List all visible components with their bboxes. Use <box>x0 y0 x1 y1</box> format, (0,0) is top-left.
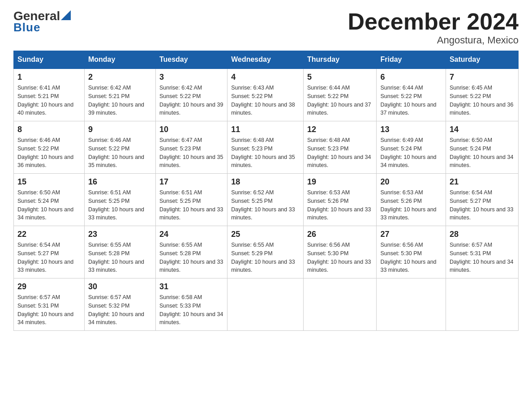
day-info: Sunrise: 6:55 AMSunset: 5:29 PMDaylight:… <box>231 241 300 274</box>
day-number: 23 <box>88 230 152 239</box>
day-number: 15 <box>17 177 81 187</box>
day-number: 7 <box>450 73 515 82</box>
calendar-cell: 8Sunrise: 6:46 AMSunset: 5:22 PMDaylight… <box>14 121 85 174</box>
weekday-header-tuesday: Tuesday <box>155 51 227 69</box>
calendar-subtitle: Angostura, Mexico <box>348 34 519 46</box>
day-info: Sunrise: 6:42 AMSunset: 5:22 PMDaylight:… <box>159 84 223 117</box>
calendar-cell: 17Sunrise: 6:51 AMSunset: 5:25 PMDayligh… <box>155 174 227 226</box>
calendar-cell <box>377 278 446 331</box>
calendar-cell: 1Sunrise: 6:41 AMSunset: 5:21 PMDaylight… <box>14 68 85 121</box>
week-row-1: 1Sunrise: 6:41 AMSunset: 5:21 PMDaylight… <box>14 68 519 121</box>
day-info: Sunrise: 6:56 AMSunset: 5:30 PMDaylight:… <box>380 241 442 274</box>
calendar-cell: 20Sunrise: 6:53 AMSunset: 5:26 PMDayligh… <box>377 174 446 226</box>
day-info: Sunrise: 6:44 AMSunset: 5:22 PMDaylight:… <box>307 84 373 117</box>
day-number: 8 <box>17 125 81 134</box>
day-info: Sunrise: 6:43 AMSunset: 5:22 PMDaylight:… <box>231 84 300 117</box>
calendar-cell: 2Sunrise: 6:42 AMSunset: 5:21 PMDaylight… <box>84 68 155 121</box>
day-info: Sunrise: 6:52 AMSunset: 5:25 PMDaylight:… <box>231 188 300 222</box>
calendar-cell: 16Sunrise: 6:51 AMSunset: 5:25 PMDayligh… <box>84 174 155 226</box>
calendar-title: December 2024 <box>348 9 519 34</box>
weekday-header-wednesday: Wednesday <box>227 51 304 69</box>
calendar-cell: 4Sunrise: 6:43 AMSunset: 5:22 PMDaylight… <box>227 68 304 121</box>
day-info: Sunrise: 6:54 AMSunset: 5:27 PMDaylight:… <box>450 188 515 222</box>
day-info: Sunrise: 6:49 AMSunset: 5:24 PMDaylight:… <box>380 136 442 170</box>
day-number: 18 <box>231 177 300 187</box>
day-number: 28 <box>450 230 515 239</box>
weekday-header-monday: Monday <box>84 51 155 69</box>
day-info: Sunrise: 6:57 AMSunset: 5:31 PMDaylight:… <box>17 293 81 327</box>
day-number: 12 <box>307 125 373 134</box>
day-info: Sunrise: 6:57 AMSunset: 5:32 PMDaylight:… <box>88 293 152 327</box>
calendar-cell: 5Sunrise: 6:44 AMSunset: 5:22 PMDaylight… <box>304 68 377 121</box>
calendar-cell: 11Sunrise: 6:48 AMSunset: 5:23 PMDayligh… <box>227 121 304 174</box>
day-number: 26 <box>307 230 373 239</box>
calendar-cell: 22Sunrise: 6:54 AMSunset: 5:27 PMDayligh… <box>14 226 85 278</box>
calendar-cell: 25Sunrise: 6:55 AMSunset: 5:29 PMDayligh… <box>227 226 304 278</box>
day-info: Sunrise: 6:55 AMSunset: 5:28 PMDaylight:… <box>159 241 223 274</box>
day-number: 30 <box>88 282 152 291</box>
day-number: 25 <box>231 230 300 239</box>
calendar-cell <box>227 278 304 331</box>
svg-marker-0 <box>61 10 71 20</box>
day-info: Sunrise: 6:41 AMSunset: 5:21 PMDaylight:… <box>17 84 81 117</box>
day-number: 16 <box>88 177 152 187</box>
calendar-cell: 18Sunrise: 6:52 AMSunset: 5:25 PMDayligh… <box>227 174 304 226</box>
calendar-cell: 13Sunrise: 6:49 AMSunset: 5:24 PMDayligh… <box>377 121 446 174</box>
weekday-header-friday: Friday <box>377 51 446 69</box>
calendar-cell: 28Sunrise: 6:57 AMSunset: 5:31 PMDayligh… <box>446 226 518 278</box>
calendar-cell: 15Sunrise: 6:50 AMSunset: 5:24 PMDayligh… <box>14 174 85 226</box>
calendar-cell: 23Sunrise: 6:55 AMSunset: 5:28 PMDayligh… <box>84 226 155 278</box>
day-info: Sunrise: 6:50 AMSunset: 5:24 PMDaylight:… <box>17 188 81 222</box>
calendar-cell: 27Sunrise: 6:56 AMSunset: 5:30 PMDayligh… <box>377 226 446 278</box>
page-header: General Blue December 2024 Angostura, Me… <box>13 9 519 46</box>
day-number: 31 <box>159 282 223 291</box>
weekday-header-row: SundayMondayTuesdayWednesdayThursdayFrid… <box>14 51 519 69</box>
weekday-header-saturday: Saturday <box>446 51 518 69</box>
day-info: Sunrise: 6:48 AMSunset: 5:23 PMDaylight:… <box>231 136 300 170</box>
calendar-cell <box>304 278 377 331</box>
day-number: 17 <box>159 177 223 187</box>
day-number: 22 <box>17 230 81 239</box>
calendar-cell: 21Sunrise: 6:54 AMSunset: 5:27 PMDayligh… <box>446 174 518 226</box>
day-number: 27 <box>380 230 442 239</box>
day-number: 29 <box>17 282 81 291</box>
weekday-header-sunday: Sunday <box>14 51 85 69</box>
day-info: Sunrise: 6:48 AMSunset: 5:23 PMDaylight:… <box>307 136 373 170</box>
day-info: Sunrise: 6:46 AMSunset: 5:22 PMDaylight:… <box>88 136 152 170</box>
day-number: 6 <box>380 73 442 82</box>
day-info: Sunrise: 6:51 AMSunset: 5:25 PMDaylight:… <box>159 188 223 222</box>
day-info: Sunrise: 6:44 AMSunset: 5:22 PMDaylight:… <box>380 84 442 117</box>
day-info: Sunrise: 6:55 AMSunset: 5:28 PMDaylight:… <box>88 241 152 274</box>
calendar-cell: 30Sunrise: 6:57 AMSunset: 5:32 PMDayligh… <box>84 278 155 331</box>
logo-blue: Blue <box>13 21 40 34</box>
calendar-cell: 29Sunrise: 6:57 AMSunset: 5:31 PMDayligh… <box>14 278 85 331</box>
calendar-table: SundayMondayTuesdayWednesdayThursdayFrid… <box>13 51 519 331</box>
calendar-cell <box>446 278 518 331</box>
day-info: Sunrise: 6:42 AMSunset: 5:21 PMDaylight:… <box>88 84 152 117</box>
calendar-cell: 9Sunrise: 6:46 AMSunset: 5:22 PMDaylight… <box>84 121 155 174</box>
day-number: 20 <box>380 177 442 187</box>
day-info: Sunrise: 6:54 AMSunset: 5:27 PMDaylight:… <box>17 241 81 274</box>
calendar-cell: 26Sunrise: 6:56 AMSunset: 5:30 PMDayligh… <box>304 226 377 278</box>
calendar-cell: 31Sunrise: 6:58 AMSunset: 5:33 PMDayligh… <box>155 278 227 331</box>
week-row-2: 8Sunrise: 6:46 AMSunset: 5:22 PMDaylight… <box>14 121 519 174</box>
calendar-cell: 14Sunrise: 6:50 AMSunset: 5:24 PMDayligh… <box>446 121 518 174</box>
day-number: 19 <box>307 177 373 187</box>
calendar-cell: 12Sunrise: 6:48 AMSunset: 5:23 PMDayligh… <box>304 121 377 174</box>
calendar-cell: 24Sunrise: 6:55 AMSunset: 5:28 PMDayligh… <box>155 226 227 278</box>
day-info: Sunrise: 6:58 AMSunset: 5:33 PMDaylight:… <box>159 293 223 327</box>
week-row-5: 29Sunrise: 6:57 AMSunset: 5:31 PMDayligh… <box>14 278 519 331</box>
calendar-cell: 3Sunrise: 6:42 AMSunset: 5:22 PMDaylight… <box>155 68 227 121</box>
day-info: Sunrise: 6:45 AMSunset: 5:22 PMDaylight:… <box>450 84 515 117</box>
calendar-cell: 6Sunrise: 6:44 AMSunset: 5:22 PMDaylight… <box>377 68 446 121</box>
day-number: 14 <box>450 125 515 134</box>
day-number: 21 <box>450 177 515 187</box>
weekday-header-thursday: Thursday <box>304 51 377 69</box>
day-number: 13 <box>380 125 442 134</box>
day-info: Sunrise: 6:47 AMSunset: 5:23 PMDaylight:… <box>159 136 223 170</box>
day-info: Sunrise: 6:53 AMSunset: 5:26 PMDaylight:… <box>380 188 442 222</box>
day-number: 1 <box>17 73 81 82</box>
day-info: Sunrise: 6:57 AMSunset: 5:31 PMDaylight:… <box>450 241 515 274</box>
day-number: 3 <box>159 73 223 82</box>
week-row-4: 22Sunrise: 6:54 AMSunset: 5:27 PMDayligh… <box>14 226 519 278</box>
